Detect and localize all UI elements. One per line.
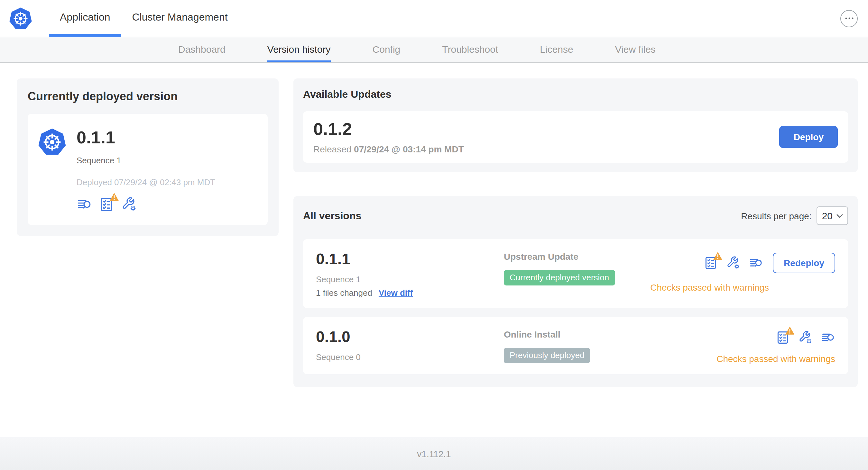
deployed-timestamp: Deployed 07/29/24 @ 02:43 pm MDT: [76, 177, 215, 187]
warning-triangle-icon: [785, 326, 795, 335]
update-version-number: 0.1.2: [313, 120, 464, 139]
update-released-line: Released 07/29/24 @ 03:14 pm MDT: [313, 144, 464, 154]
currently-deployed-version-tile: 0.1.1 Sequence 1 Deployed 07/29/24 @ 02:…: [28, 114, 268, 225]
results-per-page-value: 20: [822, 210, 833, 221]
view-diff-link[interactable]: View diff: [379, 288, 413, 298]
top-bar: Application Cluster Management: [0, 0, 868, 37]
results-per-page-select[interactable]: 20: [817, 206, 848, 225]
version-source: Upstream Update Currently deployed versi…: [504, 250, 650, 286]
files-changed-line: 1 files changed View diff: [316, 288, 504, 298]
results-per-page: Results per page: 20: [741, 206, 848, 225]
available-update-row: 0.1.2 Released 07/29/24 @ 03:14 pm MDT D…: [303, 111, 848, 163]
results-per-page-label: Results per page:: [741, 210, 811, 221]
version-rows: 0.1.1 Sequence 1 1 files changed View di…: [303, 239, 848, 374]
tab-version-history[interactable]: Version history: [267, 37, 331, 62]
released-date: 07/29/24 @ 03:14 pm MDT: [354, 144, 464, 154]
app-icon: [38, 128, 66, 212]
kubernetes-logo-icon: [38, 128, 66, 156]
source-label: Online Install: [504, 329, 716, 339]
currently-deployed-card: Currently deployed version 0.1.1 Sequenc…: [17, 78, 279, 236]
deployed-sequence: Sequence 1: [76, 156, 215, 165]
preflight-checks-warning-icon[interactable]: [99, 197, 115, 212]
files-changed-text: 1 files changed: [316, 288, 372, 298]
available-updates-title: Available Updates: [303, 89, 848, 100]
version-source: Online Install Previously deployed: [504, 328, 716, 363]
version-row: 0.1.1 Sequence 1 1 files changed View di…: [303, 239, 848, 308]
config-values-icon[interactable]: [122, 197, 137, 212]
release-notes-icon[interactable]: [76, 197, 92, 212]
tab-dashboard[interactable]: Dashboard: [178, 37, 225, 62]
currently-deployed-details: 0.1.1 Sequence 1 Deployed 07/29/24 @ 02:…: [76, 128, 215, 212]
version-actions: Redeploy Checks passed with warnings: [650, 250, 835, 293]
warning-triangle-icon: [713, 251, 722, 260]
right-column: Available Updates 0.1.2 Released 07/29/2…: [293, 78, 858, 387]
version-action-icons: [776, 331, 835, 345]
config-values-icon[interactable]: [726, 256, 741, 270]
footer: v1.112.1: [0, 437, 868, 470]
release-notes-icon[interactable]: [749, 256, 763, 270]
version-number: 0.1.1: [316, 250, 504, 268]
source-label: Upstream Update: [504, 251, 650, 262]
version-action-icons: Redeploy: [704, 253, 835, 273]
kubernetes-logo-icon: [9, 7, 32, 30]
warning-triangle-icon: [110, 192, 119, 201]
available-updates-card: Available Updates 0.1.2 Released 07/29/2…: [293, 78, 858, 172]
tab-cluster-management[interactable]: Cluster Management: [121, 0, 239, 37]
chevron-down-icon: [836, 214, 843, 217]
version-actions: Checks passed with warnings: [716, 328, 835, 364]
checks-status-text[interactable]: Checks passed with warnings: [650, 282, 769, 293]
deployed-version-number: 0.1.1: [76, 128, 215, 147]
release-notes-icon[interactable]: [821, 331, 835, 345]
main-content: Currently deployed version 0.1.1 Sequenc…: [0, 63, 868, 437]
preflight-checks-warning-icon[interactable]: [776, 331, 790, 345]
admin-console-page: Application Cluster Management Dashboard…: [0, 0, 868, 470]
preflight-checks-warning-icon[interactable]: [704, 256, 718, 270]
version-row: 0.1.0 Sequence 0 Online Install Previous…: [303, 317, 848, 374]
tab-view-files[interactable]: View files: [615, 37, 656, 62]
app-logo: [9, 0, 32, 37]
deployed-version-actions: [76, 197, 215, 212]
ellipsis-icon: [844, 17, 854, 20]
tab-license[interactable]: License: [540, 37, 573, 62]
released-prefix: Released: [313, 144, 351, 154]
deploy-button[interactable]: Deploy: [779, 126, 838, 148]
all-versions-title: All versions: [303, 210, 361, 222]
config-values-icon[interactable]: [799, 331, 813, 345]
top-nav: Application Cluster Management: [49, 0, 239, 37]
version-info: 0.1.1 Sequence 1 1 files changed View di…: [316, 250, 504, 298]
version-sequence: Sequence 1: [316, 274, 504, 284]
all-versions-card: All versions Results per page: 20 0.1.1: [293, 196, 858, 387]
console-version: v1.112.1: [417, 448, 451, 459]
tab-application[interactable]: Application: [49, 0, 121, 37]
available-update-info: 0.1.2 Released 07/29/24 @ 03:14 pm MDT: [313, 120, 464, 154]
status-badge: Previously deployed: [504, 348, 590, 363]
tab-troubleshoot[interactable]: Troubleshoot: [442, 37, 498, 62]
currently-deployed-title: Currently deployed version: [28, 90, 268, 103]
redeploy-button[interactable]: Redeploy: [773, 253, 835, 273]
checks-status-text[interactable]: Checks passed with warnings: [716, 354, 835, 364]
more-menu-button[interactable]: [840, 10, 858, 27]
all-versions-header: All versions Results per page: 20: [303, 206, 848, 225]
version-info: 0.1.0 Sequence 0: [316, 328, 504, 362]
version-number: 0.1.0: [316, 328, 504, 346]
app-sub-nav: Dashboard Version history Config Trouble…: [0, 37, 868, 63]
version-sequence: Sequence 0: [316, 352, 504, 362]
tab-config[interactable]: Config: [373, 37, 401, 62]
status-badge: Currently deployed version: [504, 270, 615, 286]
